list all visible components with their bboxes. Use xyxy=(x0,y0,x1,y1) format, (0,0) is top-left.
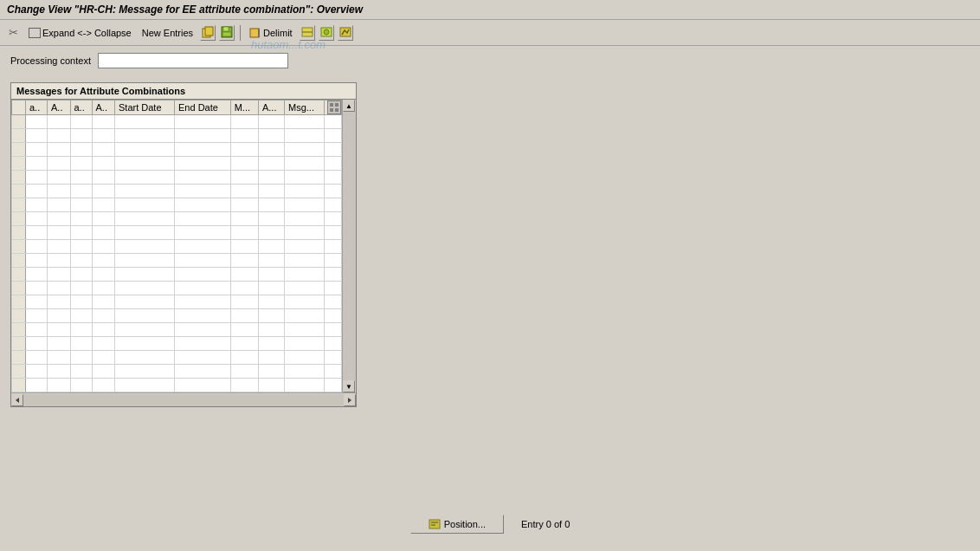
position-icon xyxy=(429,518,441,530)
toolbar-separator-1 xyxy=(240,25,241,41)
row-num xyxy=(12,198,26,212)
table-row[interactable] xyxy=(12,129,342,143)
scroll-right-icon xyxy=(346,397,353,404)
table-row[interactable] xyxy=(12,240,342,254)
row-num xyxy=(12,143,26,157)
table-row[interactable] xyxy=(12,295,342,309)
bottom-bar: Position... Entry 0 of 0 xyxy=(0,515,980,534)
toolbar-icon2 xyxy=(320,26,332,38)
row-num xyxy=(12,115,26,129)
row-num xyxy=(12,379,26,392)
row-num xyxy=(12,240,26,254)
row-num xyxy=(12,157,26,171)
svg-rect-13 xyxy=(335,103,338,107)
table-row[interactable] xyxy=(12,323,342,337)
col-header-end-date: End Date xyxy=(175,100,231,115)
col-header-a1: a.. xyxy=(26,100,48,115)
svg-rect-1 xyxy=(205,27,213,36)
delimit-button[interactable]: Delimit xyxy=(246,25,296,41)
toolbar-copy1-button[interactable] xyxy=(200,25,216,41)
main-window: Change View "HR-CH: Message for EE attri… xyxy=(0,0,980,551)
table-row[interactable] xyxy=(12,337,342,351)
svg-rect-3 xyxy=(223,27,229,31)
table-section-title: Messages for Attribute Combinations xyxy=(11,83,356,100)
svg-rect-15 xyxy=(335,108,338,112)
table-row[interactable] xyxy=(12,115,342,129)
toolbar: ✂ Expand <-> Collapse New Entries xyxy=(0,20,980,46)
title-bar: Change View "HR-CH: Message for EE attri… xyxy=(0,0,980,20)
scissors-button[interactable]: ✂ xyxy=(5,24,22,41)
svg-rect-4 xyxy=(222,32,231,36)
svg-rect-20 xyxy=(429,520,440,528)
col-header-start-date: Start Date xyxy=(115,100,175,115)
col-chooser-cell[interactable] xyxy=(325,100,342,115)
scroll-left-button[interactable] xyxy=(11,394,23,406)
table-row[interactable] xyxy=(12,198,342,212)
table-row[interactable] xyxy=(12,268,342,282)
col-header-m: M... xyxy=(230,100,258,115)
new-entries-button[interactable]: New Entries xyxy=(139,26,197,40)
row-num xyxy=(12,185,26,198)
col-header-a5: A... xyxy=(258,100,284,115)
save-icon xyxy=(221,26,233,38)
table-row[interactable] xyxy=(12,212,342,226)
table-row[interactable] xyxy=(12,185,342,198)
main-content-area: Messages for Attribute Combinations a.. … xyxy=(0,75,980,414)
expand-icon xyxy=(29,28,41,38)
col-header-a3: a.. xyxy=(70,100,92,115)
col-chooser-icon xyxy=(329,102,339,113)
table-row[interactable] xyxy=(12,309,342,323)
toolbar-icon2-button[interactable] xyxy=(319,25,334,41)
svg-rect-12 xyxy=(330,103,333,107)
row-num xyxy=(12,323,26,337)
col-chooser-button[interactable] xyxy=(327,100,341,114)
scissors-icon: ✂ xyxy=(9,26,18,39)
window-title: Change View "HR-CH: Message for EE attri… xyxy=(7,3,363,16)
col-header-a4: A.. xyxy=(92,100,114,115)
table-row[interactable] xyxy=(12,157,342,171)
col-header-a2: A.. xyxy=(48,100,70,115)
row-num xyxy=(12,309,26,323)
table-row[interactable] xyxy=(12,226,342,240)
table-row[interactable] xyxy=(12,254,342,268)
scroll-up-button[interactable]: ▲ xyxy=(343,100,355,112)
toolbar-icon3-button[interactable] xyxy=(338,25,353,41)
svg-point-10 xyxy=(324,29,329,35)
processing-context-input[interactable] xyxy=(98,53,288,68)
table-row[interactable] xyxy=(12,351,342,365)
row-num xyxy=(12,337,26,351)
row-num xyxy=(12,268,26,282)
row-num xyxy=(12,226,26,240)
scroll-down-button[interactable]: ▼ xyxy=(343,380,355,392)
position-button-label: Position... xyxy=(444,519,486,529)
position-button[interactable]: Position... xyxy=(410,515,504,534)
row-selector-header xyxy=(12,100,26,115)
scroll-left-icon xyxy=(14,397,21,404)
table-row[interactable] xyxy=(12,282,342,295)
row-num xyxy=(12,171,26,185)
row-num xyxy=(12,282,26,295)
vertical-scrollbar: ▲ ▼ xyxy=(342,100,356,392)
toolbar-icon1-button[interactable] xyxy=(300,25,315,41)
new-entries-label: New Entries xyxy=(142,28,193,38)
toolbar-save-button[interactable] xyxy=(219,25,235,41)
row-num xyxy=(12,254,26,268)
table-row[interactable] xyxy=(12,379,342,392)
row-num xyxy=(12,212,26,226)
row-num xyxy=(12,129,26,143)
copy1-icon xyxy=(202,26,214,38)
delimit-icon xyxy=(249,27,261,39)
scrollbar-track-h xyxy=(23,394,344,406)
delimit-label: Delimit xyxy=(263,28,293,38)
table-row[interactable] xyxy=(12,143,342,157)
svg-rect-14 xyxy=(330,108,333,112)
expand-collapse-label: Expand <-> Collapse xyxy=(42,28,132,38)
scrollbar-track-v xyxy=(343,112,356,380)
table-row[interactable] xyxy=(12,171,342,185)
scroll-right-button[interactable] xyxy=(344,394,356,406)
toolbar-icon3 xyxy=(339,26,351,38)
processing-context-label: Processing context xyxy=(10,55,91,66)
table-row[interactable] xyxy=(12,365,342,379)
expand-collapse-button[interactable]: Expand <-> Collapse xyxy=(25,26,135,40)
entry-count-label: Entry 0 of 0 xyxy=(521,519,570,529)
